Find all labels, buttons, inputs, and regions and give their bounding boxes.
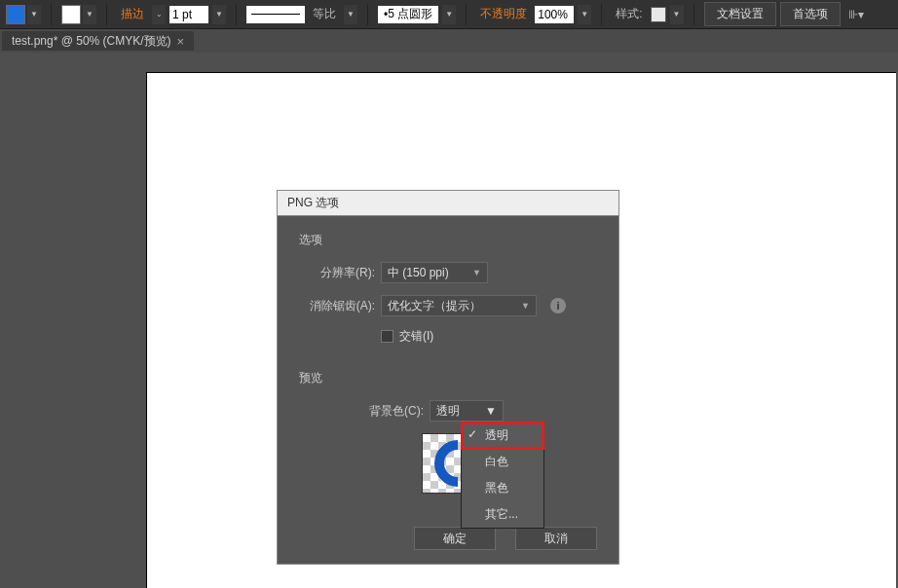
- stroke-dash-sample[interactable]: [246, 6, 305, 23]
- workspace: PNG 选项 选项 分辨率(R): 中 (150 ppi) ▼ 消除锯齿(A):…: [0, 53, 898, 588]
- bgcolor-label: 背景色(C):: [299, 400, 424, 420]
- antialias-select[interactable]: 优化文字（提示） ▼: [381, 295, 537, 316]
- dash-dropdown-icon[interactable]: ▼: [344, 5, 357, 24]
- tab-title: test.png* @ 50% (CMYK/预览): [12, 33, 171, 50]
- antialias-value: 优化文字（提示）: [388, 298, 481, 314]
- close-icon[interactable]: ×: [177, 34, 185, 49]
- dialog-title: PNG 选项: [278, 191, 618, 216]
- chevron-down-icon: ▼: [485, 404, 497, 418]
- interlace-label: 交错(I): [399, 328, 433, 345]
- dash-label: 等比: [309, 6, 340, 22]
- stroke-weight-dropdown-icon[interactable]: ▼: [212, 5, 226, 24]
- resolution-label: 分辨率(R):: [299, 265, 375, 281]
- document-setup-button[interactable]: 文档设置: [704, 2, 776, 26]
- bgcolor-select[interactable]: 透明 ▼: [430, 400, 504, 422]
- bg-option-black[interactable]: 黑色: [462, 475, 543, 501]
- style-swatch[interactable]: [651, 7, 666, 22]
- align-icon[interactable]: ⊪▾: [844, 8, 868, 21]
- stroke-dropdown-icon[interactable]: ▼: [83, 5, 96, 24]
- document-tab[interactable]: test.png* @ 50% (CMYK/预览) ×: [2, 31, 194, 51]
- opacity-dropdown-icon[interactable]: ▼: [578, 5, 591, 24]
- bg-option-other[interactable]: 其它...: [462, 501, 543, 528]
- document-tabbar: test.png* @ 50% (CMYK/预览) ×: [0, 29, 898, 53]
- opacity-label: 不透明度: [476, 6, 531, 22]
- antialias-label: 消除锯齿(A):: [299, 298, 375, 314]
- bgcolor-value: 透明: [436, 403, 460, 420]
- top-toolbar: ▼ ▼ 描边 ⌄ 1 pt ▼ 等比 ▼ • 5 点圆形 ▼ 不透明度 100%…: [0, 0, 898, 29]
- preferences-button[interactable]: 首选项: [780, 2, 841, 26]
- ok-button[interactable]: 确定: [414, 527, 496, 550]
- style-label: 样式:: [612, 6, 646, 22]
- png-options-dialog: PNG 选项 选项 分辨率(R): 中 (150 ppi) ▼ 消除锯齿(A):…: [277, 190, 619, 565]
- stroke-weight-input[interactable]: 1 pt: [169, 6, 208, 23]
- fill-color-swatch[interactable]: [6, 5, 25, 24]
- opacity-input[interactable]: 100%: [535, 6, 574, 23]
- preview-section-label: 预览: [299, 370, 597, 386]
- fill-dropdown-icon[interactable]: ▼: [27, 5, 41, 24]
- cancel-button[interactable]: 取消: [515, 527, 597, 550]
- interlace-checkbox[interactable]: [381, 330, 393, 343]
- bg-option-transparent[interactable]: 透明: [462, 423, 543, 449]
- chevron-down-icon: ▼: [521, 301, 530, 311]
- bg-option-white[interactable]: 白色: [462, 449, 543, 475]
- stroke-label: 描边: [117, 6, 148, 22]
- info-icon[interactable]: i: [550, 298, 566, 313]
- options-section-label: 选项: [299, 232, 597, 248]
- chevron-down-icon: ▼: [472, 268, 481, 277]
- bgcolor-dropdown: 透明 白色 黑色 其它...: [461, 422, 544, 529]
- brush-input[interactable]: 5 点圆形: [388, 6, 432, 22]
- resolution-value: 中 (150 ppi): [388, 265, 449, 281]
- stroke-color-swatch[interactable]: [61, 5, 81, 24]
- brush-dropdown-icon[interactable]: ▼: [442, 5, 456, 24]
- style-dropdown-icon[interactable]: ▼: [670, 5, 684, 24]
- stroke-weight-down-icon[interactable]: ⌄: [152, 5, 166, 24]
- resolution-select[interactable]: 中 (150 ppi) ▼: [381, 262, 488, 283]
